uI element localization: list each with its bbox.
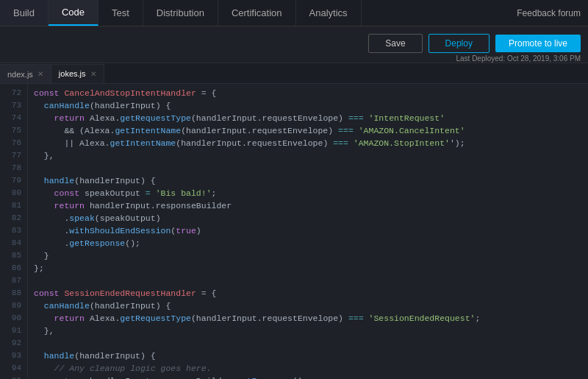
deploy-time: Last Deployed: Oct 28, 2019, 3:06 PM [456,54,581,63]
code-line: .speak(speakOutput) [28,212,588,224]
top-nav: Build Code Test Distribution Certificati… [0,0,588,26]
action-bar: Save Deploy Promote to live Last Deploye… [0,26,588,63]
code-line: && (Alexa.getIntentName(handlerInput.req… [28,124,588,137]
file-tab-jokes-label: jokes.js [59,69,86,78]
code-line [28,162,588,174]
code-line: const CancelAndStopIntentHandler = { [28,87,588,99]
code-line: const SessionEndedRequestHandler = { [28,287,588,300]
code-line: return handlerInput.responseBuilder [28,199,588,212]
code-line: handle(handlerInput) { [28,174,588,187]
deploy-button[interactable]: Deploy [429,34,490,53]
code-area: 7273747576777879808182838485868788899091… [0,84,588,379]
file-tab-jokes[interactable]: jokes.js ✕ [51,64,104,83]
feedback-button[interactable]: Feedback forum [517,8,581,18]
code-line: .getResponse(); [28,237,588,249]
code-line: } [28,249,588,262]
nav-tab-code[interactable]: Code [49,0,98,26]
code-line: return Alexa.getRequestType(handlerInput… [28,112,588,124]
file-tab-index[interactable]: ndex.js ✕ [0,64,51,83]
code-line: }, [28,325,588,337]
nav-tab-distribution[interactable]: Distribution [143,0,218,26]
file-tab-index-label: ndex.js [7,70,33,79]
promote-button[interactable]: Promote to live [495,35,581,52]
code-line: .withShouldEndSession(true) [28,224,588,237]
code-line: handle(handlerInput) { [28,350,588,362]
nav-tab-analytics[interactable]: Analytics [296,0,362,26]
code-line: return Alexa.getRequestType(handlerInput… [28,312,588,325]
code-line: || Alexa.getIntentName(handlerInput.requ… [28,137,588,149]
nav-tab-certification[interactable]: Certification [218,0,296,26]
code-line: // Any cleanup logic goes here. [28,362,588,375]
file-tabs: ndex.js ✕ jokes.js ✕ [0,63,588,84]
file-tab-jokes-close[interactable]: ✕ [90,70,96,78]
code-content[interactable]: const CancelAndStopIntentHandler = { can… [28,84,588,379]
code-line: }; [28,262,588,274]
code-line: }, [28,149,588,162]
code-line: const speakOutput = 'Bis bald!'; [28,187,588,199]
nav-tab-test[interactable]: Test [98,0,143,26]
nav-tab-build[interactable]: Build [0,0,49,26]
save-button[interactable]: Save [368,34,422,53]
code-line: canHandle(handlerInput) { [28,300,588,312]
code-line: canHandle(handlerInput) { [28,99,588,112]
line-numbers: 7273747576777879808182838485868788899091… [0,84,28,379]
code-line [28,337,588,350]
code-line: return handlerInput.responseBuilder.getR… [28,375,588,379]
code-line [28,274,588,287]
file-tab-index-close[interactable]: ✕ [37,70,43,78]
